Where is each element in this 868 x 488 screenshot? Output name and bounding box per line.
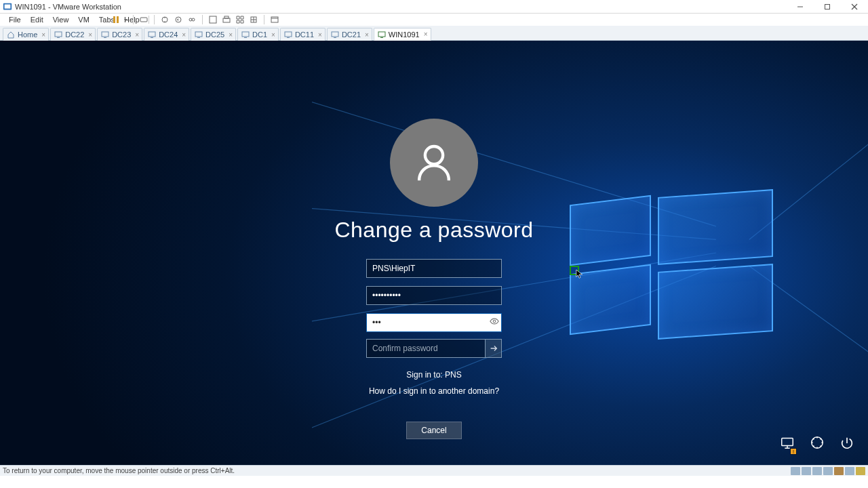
- snapshot-take-button[interactable]: [159, 14, 171, 25]
- cancel-button[interactable]: Cancel: [406, 422, 462, 439]
- svg-point-11: [189, 18, 192, 21]
- tab-close-icon[interactable]: ×: [88, 31, 92, 39]
- svg-rect-43: [782, 439, 793, 446]
- svg-rect-27: [242, 32, 249, 37]
- tab-label: WIN1091: [389, 30, 420, 39]
- svg-rect-6: [113, 16, 115, 23]
- vm-icon: [148, 30, 156, 39]
- vm-guest-display[interactable]: Change a password Sign in to: PNS How do…: [0, 41, 868, 465]
- close-button[interactable]: [841, 0, 868, 14]
- tab-close-icon[interactable]: ×: [424, 30, 428, 38]
- svg-rect-32: [334, 37, 336, 38]
- minimize-button[interactable]: [787, 0, 814, 14]
- snapshot-revert-button[interactable]: [172, 14, 184, 25]
- stretch-button[interactable]: [248, 14, 260, 25]
- warning-badge-icon: !: [790, 448, 797, 455]
- maximize-button[interactable]: [814, 0, 841, 14]
- tab-close-icon[interactable]: ×: [318, 31, 322, 39]
- username-field[interactable]: [366, 259, 502, 278]
- svg-rect-30: [287, 37, 290, 38]
- tab-dc25[interactable]: DC25 ×: [191, 28, 236, 41]
- device-usb-icon[interactable]: [823, 467, 833, 475]
- svg-rect-14: [223, 18, 230, 22]
- menu-view[interactable]: View: [48, 16, 74, 24]
- tab-label: DC11: [295, 30, 314, 39]
- tab-label: DC24: [159, 30, 178, 39]
- tab-home[interactable]: Home ×: [3, 28, 49, 41]
- unity-button[interactable]: [220, 14, 233, 25]
- tab-dc21[interactable]: DC21 ×: [327, 28, 372, 41]
- login-corner-controls: !: [780, 435, 854, 453]
- svg-rect-1: [5, 4, 11, 8]
- svg-rect-8: [140, 18, 147, 22]
- new-password-field[interactable]: [366, 313, 502, 332]
- device-display-icon[interactable]: [856, 467, 865, 475]
- vm-icon: [284, 30, 292, 39]
- tab-dc1[interactable]: DC1 ×: [237, 28, 279, 41]
- app-icon: [3, 2, 12, 12]
- power-dropdown[interactable]: ▾: [122, 17, 129, 23]
- pause-vm-button[interactable]: [110, 14, 122, 25]
- menu-edit[interactable]: Edit: [26, 16, 48, 24]
- sign-in-domain-label: Sign in to: PNS: [406, 370, 461, 380]
- svg-point-41: [425, 146, 443, 164]
- power-icon[interactable]: [840, 435, 854, 453]
- tab-win1091[interactable]: WIN1091 ×: [374, 28, 431, 41]
- reveal-password-icon[interactable]: [490, 317, 499, 329]
- svg-rect-22: [104, 37, 106, 38]
- confirm-password-field[interactable]: [366, 339, 486, 358]
- tab-dc22[interactable]: DC22 ×: [50, 28, 96, 41]
- snapshot-manager-button[interactable]: [186, 14, 198, 25]
- send-cad-button[interactable]: [138, 14, 150, 25]
- svg-rect-33: [378, 32, 385, 37]
- tab-close-icon[interactable]: ×: [271, 31, 275, 39]
- svg-rect-24: [151, 37, 153, 38]
- tab-label: DC23: [112, 30, 131, 39]
- other-domain-link[interactable]: How do I sign in to another domain?: [369, 386, 499, 396]
- device-printer-icon[interactable]: [845, 467, 854, 475]
- change-password-panel: Change a password Sign in to: PNS How do…: [326, 119, 542, 439]
- vm-tabbar: Home × DC22 × DC23 × DC24 × DC25 × DC1 ×…: [0, 26, 868, 41]
- old-password-field[interactable]: [366, 286, 502, 305]
- svg-rect-20: [57, 37, 60, 38]
- tab-label: DC1: [252, 30, 267, 39]
- tab-dc11[interactable]: DC11 ×: [280, 28, 326, 41]
- tab-close-icon[interactable]: ×: [135, 31, 139, 39]
- tab-label: Home: [18, 30, 37, 39]
- svg-rect-31: [332, 32, 338, 37]
- tab-label: DC22: [65, 30, 84, 39]
- svg-rect-29: [285, 32, 292, 37]
- console-view-button[interactable]: [234, 14, 246, 25]
- ease-of-access-icon[interactable]: [810, 435, 825, 453]
- vm-icon: [331, 30, 339, 39]
- tab-label: DC21: [342, 30, 361, 39]
- svg-rect-7: [117, 16, 119, 23]
- submit-button[interactable]: [486, 339, 502, 358]
- window-title: WIN1091 - VMware Workstation: [15, 3, 121, 11]
- menu-file[interactable]: File: [4, 16, 26, 24]
- tab-close-icon[interactable]: ×: [365, 31, 369, 39]
- svg-rect-13: [210, 16, 216, 23]
- device-net-icon[interactable]: [812, 467, 822, 475]
- menu-vm[interactable]: VM: [73, 16, 94, 24]
- tab-close-icon[interactable]: ×: [41, 31, 45, 39]
- tab-dc23[interactable]: DC23 ×: [97, 28, 142, 41]
- vm-icon: [241, 30, 250, 39]
- page-title: Change a password: [334, 218, 533, 243]
- library-button[interactable]: [269, 14, 281, 25]
- device-hdd-icon[interactable]: [791, 467, 800, 475]
- svg-point-12: [192, 18, 195, 21]
- network-icon[interactable]: !: [780, 435, 795, 453]
- svg-rect-15: [224, 16, 229, 18]
- fullscreen-button[interactable]: [207, 14, 219, 25]
- tab-close-icon[interactable]: ×: [182, 31, 186, 39]
- window-titlebar: WIN1091 - VMware Workstation: [0, 0, 868, 14]
- svg-rect-3: [825, 4, 830, 9]
- device-cd-icon[interactable]: [802, 467, 811, 475]
- tab-close-icon[interactable]: ×: [229, 31, 233, 39]
- tab-dc24[interactable]: DC24 ×: [144, 28, 189, 41]
- svg-rect-23: [149, 32, 155, 37]
- device-sound-icon[interactable]: [834, 467, 844, 475]
- svg-rect-26: [197, 37, 200, 38]
- toolbar-row: ▾: [108, 14, 868, 26]
